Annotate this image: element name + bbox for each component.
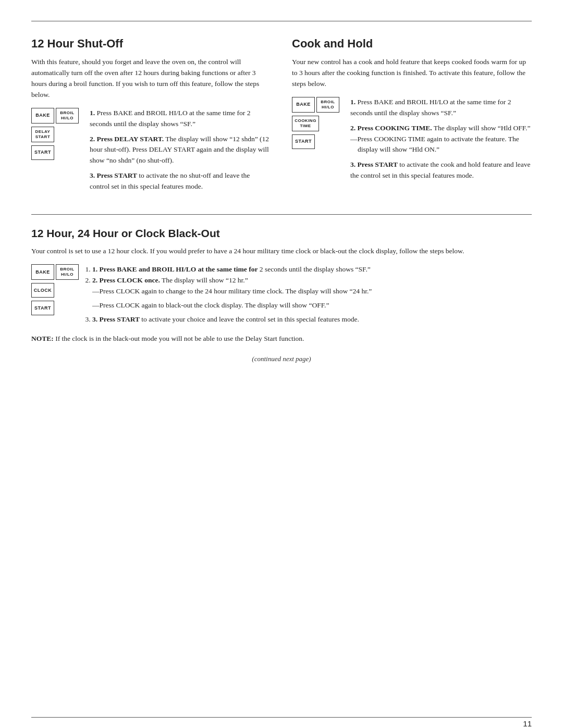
cook-and-hold-steps: BAKE BROILHI/LO COOKINGTIME [292,97,532,186]
cook-and-hold-title: Cook and Hold [292,37,532,51]
cb-step2-bold: Press CLOCK once. [100,276,160,284]
cooking-time-key: COOKINGTIME [292,116,319,131]
cb-step1-rest: 2 seconds until the display shows “SF.” [258,265,370,273]
step2-number: 2. [90,135,95,143]
clock-key-row: CLOcK [31,283,54,298]
step1-text: Press BAKE and BROIL HI/LO at the same t… [90,109,250,128]
bottom-rule [31,717,532,718]
step3-bold: Press START [97,171,137,179]
cb-step3-bold: Press START [100,315,140,323]
delay-start-key: DELAYSTART [31,127,54,142]
cb-step-3: 3. Press START to activate your choice a… [92,314,532,325]
delay-start-row: DELAYSTART [31,127,54,142]
cah-step-1: 1. Press BAKE and BROIL HI/LO at the sam… [350,97,532,119]
page: 12 Hour Shut-Off With this feature, shou… [0,21,563,728]
cb-step-2: 2. Press CLOCK once. The display will sh… [92,275,532,311]
cah-start-row: START [292,134,315,149]
bake-broil-row: BAKE BROILHI/LO [31,108,79,124]
cah-step-3: 3. Press START to activate the cook and … [350,159,532,181]
cb-step1-number: 1. [92,265,97,273]
clock-blackout-keys: BAKE BROILHI/LO CLOcK START [31,264,86,325]
cook-and-hold-section: Cook and Hold Your new control has a coo… [292,37,532,202]
cb-step2-dash2: —Press CLOCK again to black-out the cloc… [92,300,532,311]
cb-bake-broil-row: BAKE BROILHI/LO [31,264,79,280]
cb-start-row: START [31,301,54,315]
shutoff-step-1: 1. Press BAKE and BROIL HI/LO at the sam… [90,108,271,130]
cb-broil-label: BROILHI/LO [60,267,74,277]
step3-number: 3. [90,171,95,179]
hour-shutoff-title: 12 Hour Shut-Off [31,37,271,51]
cook-and-hold-intro: Your new control has a cook and hold fea… [292,57,532,90]
clock-blackout-steps: BAKE BROILHI/LO CLOcK START [31,264,532,325]
cah-bake-broil-row: BAKE BROILHI/LO [292,97,339,113]
note-text: NOTE: If the clock is in the black-out m… [31,334,532,344]
cb-step2-number: 2. [92,276,97,284]
start-key-shutoff: START [31,145,54,160]
cb-start-key: START [31,301,54,315]
delay-start-label: DELAYSTART [35,129,51,139]
note-rest: If the clock is in the black-out mode yo… [54,335,304,342]
hour-shutoff-keys: BAKE BROILHI/LO DELAYSTART [31,108,83,196]
cah-start-key: START [292,134,315,149]
cah-broil-key: BROILHI/LO [316,97,339,113]
cb-step2-rest: The display will show “12 hr.” [160,276,248,284]
cah-step1-number: 1. [350,98,356,106]
cb-step-1: 1. Press BAKE and BROIL HI/LO at the sam… [92,264,532,275]
cook-and-hold-keys: BAKE BROILHI/LO COOKINGTIME [292,97,344,186]
content-area: 12 Hour Shut-Off With this feature, shou… [0,21,563,363]
cah-step1-text: Press BAKE and BROIL HI/LO at the same t… [350,98,511,117]
cah-step2-number: 2. [350,124,356,132]
broil-key-label: BROILHI/LO [60,110,74,120]
cah-broil-label: BROILHI/LO [321,100,335,109]
cb-list: 1. Press BAKE and BROIL HI/LO at the sam… [92,264,532,325]
cah-step2-bold: Press COOKING TIME. [358,124,432,132]
shutoff-step-2: 2. Press DELAY START. The display will s… [90,134,271,167]
cooking-time-row: COOKINGTIME [292,116,319,131]
cb-bake-key: BAKE [31,264,54,280]
two-column-section: 12 Hour Shut-Off With this feature, shou… [31,37,532,202]
shutoff-step-3: 3. Press START to activate the no shut-o… [90,170,271,192]
cook-and-hold-steps-text: 1. Press BAKE and BROIL HI/LO at the sam… [350,97,532,186]
clock-blackout-intro: Your control is set to use a 12 hour clo… [31,246,532,257]
cah-bake-key: BAKE [292,97,315,113]
broil-key: BROILHI/LO [56,108,79,124]
cb-step1-bold: Press BAKE and BROIL HI/LO at the same t… [100,265,258,273]
hour-shutoff-steps-text: 1. Press BAKE and BROIL HI/LO at the sam… [90,108,271,196]
clock-key: CLOcK [31,283,54,298]
cah-step2-rest: The display will show “Hld OFF.” [432,124,531,132]
step1-number: 1. [90,109,95,117]
page-number: 11 [523,719,532,728]
cb-step3-number: 3. [92,315,97,323]
cooking-time-label: COOKINGTIME [295,118,316,128]
clock-blackout-title: 12 Hour, 24 Hour or Clock Black-Out [31,227,532,240]
cb-step3-rest: to activate your choice and leave the co… [140,315,359,323]
bake-key: BAKE [31,108,54,124]
hour-shutoff-steps: BAKE BROILHI/LO DELAYSTART [31,108,271,196]
mid-rule [31,214,532,215]
start-row-shutoff: START [31,145,54,160]
continued-text: (continued next page) [31,355,532,363]
cah-step2-dash: —Press COOKING TIME again to activate th… [350,134,532,156]
cb-step2-dash1: —Press CLOCK again to change to the 24 h… [92,286,532,297]
step2-bold: Press DELAY START. [97,135,164,143]
cah-step3-number: 3. [350,161,356,168]
cb-broil-key: BROILHI/LO [56,264,79,280]
cah-step-2: 2. Press COOKING TIME. The display will … [350,123,532,156]
clock-blackout-section: 12 Hour, 24 Hour or Clock Black-Out Your… [31,227,532,363]
note-bold: NOTE: [31,335,54,342]
hour-shutoff-list: 1. Press BAKE and BROIL HI/LO at the sam… [90,108,271,192]
clock-blackout-steps-text: 1. Press BAKE and BROIL HI/LO at the sam… [92,264,532,325]
hour-shutoff-intro: With this feature, should you forget and… [31,57,271,101]
hour-shutoff-section: 12 Hour Shut-Off With this feature, shou… [31,37,271,202]
cah-step3-bold: Press START [358,161,398,168]
cah-list: 1. Press BAKE and BROIL HI/LO at the sam… [350,97,532,181]
